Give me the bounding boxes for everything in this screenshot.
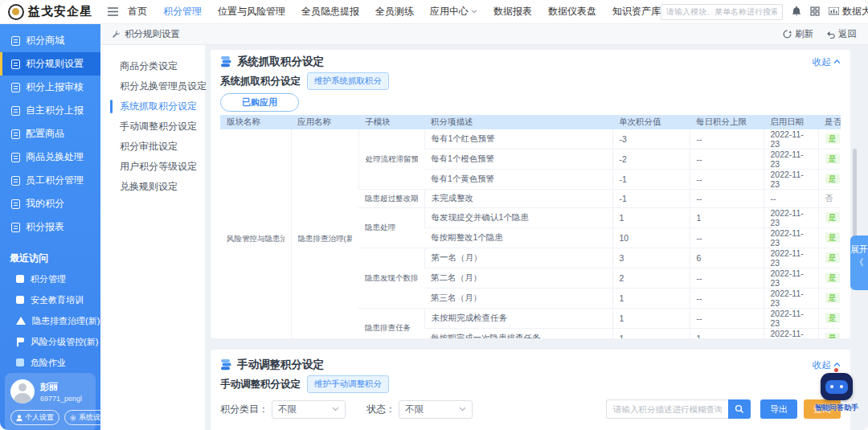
scrollbar-thumb[interactable] (853, 149, 857, 239)
sidebar-item[interactable]: 积分报表 (0, 215, 100, 239)
recent-item-label: 积分管理 (31, 273, 66, 285)
tab-points-rules[interactable]: 积分规则设置 (112, 28, 180, 40)
settings-submenu: 商品分类设定积分兑换管理员设定系统抓取积分设定手动调整积分设定积分审批设定用户积… (100, 45, 205, 430)
daily-limit-cell: -- (690, 309, 764, 329)
submenu-item[interactable]: 积分审批设定 (100, 137, 205, 157)
maintain-manual-points-button[interactable]: 维护手动调整积分 (307, 375, 389, 393)
sidebar-item[interactable]: 员工积分管理 (0, 169, 100, 192)
description-search-input[interactable] (606, 399, 728, 419)
top-nav-item[interactable]: 知识资产库 (612, 5, 661, 18)
system-settings-label: 系统设置 (79, 412, 108, 423)
top-nav-item[interactable]: 积分管理 (163, 5, 202, 18)
enabled-badge: 是 (825, 272, 840, 283)
enable-date-cell: 2022-11-23 (764, 248, 818, 268)
sidebar-item-label: 自主积分上报 (26, 104, 84, 117)
score-cell: -1 (612, 190, 690, 208)
apps-grid-icon[interactable] (810, 6, 820, 16)
recent-item[interactable]: 积分管理 (0, 268, 100, 289)
refresh-button[interactable]: 刷新 (783, 28, 813, 40)
points-table: 版块名称应用名称子模块积分项描述单次积分值每日积分上限启用日期是否启用风险管控与… (220, 115, 841, 339)
topbar-right: 数据大屏 彭丽 69771_pengl (661, 3, 868, 20)
status-label: 状态： (366, 403, 395, 416)
export-button[interactable]: 导出 (760, 399, 797, 419)
submenu-item[interactable]: 兑换规则设定 (100, 177, 205, 197)
chevron-down-icon (459, 407, 466, 412)
top-nav-item[interactable]: 全员测练 (375, 5, 414, 18)
personal-settings-label: 个人设置 (25, 412, 54, 423)
score-cell: -3 (612, 129, 690, 149)
database-icon (220, 359, 232, 371)
recent-item[interactable]: 安全教育培训 (0, 289, 100, 310)
status-select[interactable]: 不限 (399, 400, 473, 419)
submenu-item[interactable]: 积分兑换管理员设定 (100, 76, 205, 96)
top-nav-item[interactable]: 应用中心 (430, 5, 477, 18)
data-screen-link[interactable]: 数据大屏 (829, 5, 868, 18)
daily-limit-cell: -- (690, 149, 764, 170)
top-nav-item[interactable]: 位置与风险管理 (218, 5, 285, 18)
bar-chart-icon (829, 7, 839, 16)
sidebar-avatar[interactable] (10, 379, 35, 403)
maintain-system-points-button[interactable]: 维护系统抓取积分 (307, 72, 389, 90)
recent-visits-title: 最近访问 (0, 252, 100, 265)
sidebar-user-name: 彭丽 (40, 381, 82, 393)
sidebar-item[interactable]: 积分规则设置 (0, 52, 100, 76)
recent-item[interactable]: 隐患排查治理(新) (0, 310, 100, 331)
description-cell: 每发现提交并确认1个隐患 (424, 208, 612, 228)
sidebar-item[interactable]: 我的积分 (0, 192, 100, 215)
purchased-apps-button[interactable]: 已购应用 (220, 93, 299, 112)
app-name-cell: 隐患排查治理(新) (291, 129, 358, 339)
daily-limit-cell: 1 (690, 329, 764, 340)
sidebar-item-label: 积分规则设置 (26, 57, 84, 71)
submodule-cell: 隐患超过整改期限 (358, 190, 424, 208)
enabled-badge: 是 (825, 212, 840, 223)
personal-settings-button[interactable]: 个人设置 (10, 410, 59, 425)
sidebar-item[interactable]: 自主积分上报 (0, 99, 100, 122)
expand-panel-tab[interactable]: 展开《 (850, 235, 868, 290)
sidebar-item-label: 商品兑换处理 (26, 150, 84, 164)
doc-icon (16, 296, 24, 304)
description-cell: 未完成整改 (424, 190, 612, 208)
collapse-link[interactable]: 收起 (813, 56, 841, 68)
top-nav-item[interactable]: 数据报表 (493, 5, 532, 18)
sidebar: 积分商城积分规则设置积分上报审核自主积分上报配置商品商品兑换处理员工积分管理我的… (0, 24, 100, 430)
submenu-item[interactable]: 商品分类设定 (100, 56, 205, 76)
database-icon (220, 56, 232, 68)
wrench-icon (112, 30, 121, 39)
description-cell: 第二名（月） (424, 268, 612, 289)
submenu-item[interactable]: 手动调整积分设定 (100, 117, 205, 137)
document-icon (11, 129, 20, 139)
enabled-badge: 是 (825, 232, 840, 243)
main-content: 系统抓取积分设定 收起 系统抓取积分设定 维护系统抓取积分 已购应用 版块名称应… (205, 45, 868, 430)
top-nav-item[interactable]: 数据仪表盘 (548, 5, 596, 18)
sidebar-item[interactable]: 配置商品 (0, 122, 100, 145)
back-button[interactable]: 返回 (826, 28, 857, 40)
search-button[interactable] (728, 399, 751, 419)
submenu-item[interactable]: 系统抓取积分设定 (100, 96, 205, 117)
chevron-down-icon (332, 407, 339, 412)
bell-icon[interactable] (792, 6, 801, 17)
submenu-item[interactable]: 用户积分等级设定 (100, 157, 205, 177)
top-nav-item[interactable]: 首页 (128, 5, 147, 18)
category-select[interactable]: 不限 (272, 400, 346, 419)
system-settings-button[interactable]: 系统设置 (64, 410, 113, 425)
app-logo: 益戈安企星 (8, 4, 103, 20)
ai-assistant-widget[interactable]: 智能问答助手 (812, 373, 862, 413)
document-icon (11, 83, 20, 92)
top-nav-item[interactable]: 全员隐患提报 (301, 5, 359, 18)
box-icon (16, 358, 24, 367)
sidebar-item[interactable]: 积分上报审核 (0, 76, 100, 99)
recent-item[interactable]: 风险分级管控(新) (0, 331, 100, 352)
global-search-input[interactable] (661, 4, 783, 20)
document-icon (11, 59, 20, 69)
enabled-cell: 否 (818, 190, 841, 208)
sidebar-item[interactable]: 商品兑换处理 (0, 145, 100, 169)
sidebar-item[interactable]: 积分商城 (0, 29, 100, 52)
app-window: 益戈安企星 首页积分管理位置与风险管理全员隐患提报全员测练应用中心数据报表数据仪… (0, 0, 868, 430)
manual-points-label: 手动调整积分设定 (220, 378, 301, 391)
table-row: 风险管控与隐患治理隐患排查治理(新)处理流程滞留预警每有1个红色预警-3--20… (220, 129, 841, 149)
recent-item[interactable]: 危险作业 (0, 352, 100, 373)
sidebar-item-label: 积分报表 (26, 220, 64, 234)
chevron-up-icon (833, 59, 841, 64)
hamburger-icon[interactable] (108, 7, 118, 16)
description-cell: 第三名（月） (424, 289, 612, 309)
